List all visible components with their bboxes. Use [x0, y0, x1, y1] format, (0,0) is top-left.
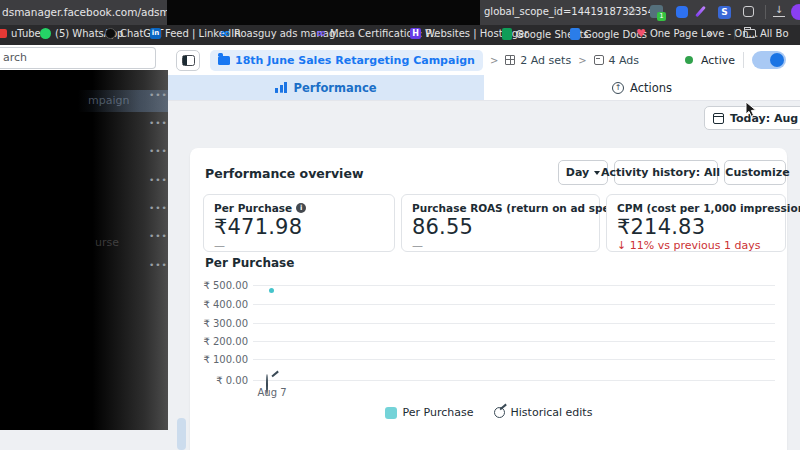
metric-change: — [214, 239, 384, 252]
bookmark-youtube[interactable]: uTube [0, 28, 41, 39]
extension-icon-badged[interactable] [650, 5, 663, 18]
legend-historical-edits: Historical edits [494, 406, 593, 419]
metric-value: 86.55 [412, 215, 589, 239]
row-menu-dots[interactable]: ••• [149, 90, 165, 100]
metric-change: — [412, 239, 589, 252]
folder-icon [218, 56, 230, 65]
pencil-circle-icon [494, 407, 505, 418]
metric-card-per-purchase: Per Purchase ₹471.98 — [203, 194, 395, 252]
bar-chart-icon [275, 82, 287, 93]
y-tick-label: ₹ 100.00 [190, 354, 248, 365]
adsets-grid-icon [505, 55, 515, 65]
row-menu-dots[interactable]: ••• [149, 231, 165, 241]
chatgpt-icon [105, 28, 116, 39]
tab-actions[interactable]: ↑ Actions [484, 75, 800, 100]
gridline-row: ₹ 400.00 [190, 298, 775, 310]
tab-performance[interactable]: Performance [168, 75, 484, 100]
chart-legend: Per Purchase Historical edits [190, 406, 787, 419]
bookmark-star-icon[interactable]: ☆ [626, 3, 638, 18]
metric-change-negative: ↓ 11% vs previous 1 days [617, 239, 775, 252]
extension-pencil-icon[interactable] [695, 6, 706, 18]
x-axis-label: Aug 7 [242, 387, 302, 398]
status-label: Active [701, 54, 735, 67]
performance-overview-card: Performance overview Day Activity histor… [190, 148, 787, 450]
gridline-row: ₹ 300.00 [190, 317, 775, 329]
row-menu-dots[interactable]: ••• [149, 146, 165, 156]
chart-title: Per Purchase [205, 256, 294, 270]
row-menu-dots[interactable]: ••• [149, 118, 165, 128]
toolbar-divider [765, 5, 766, 19]
breadcrumb-separator: > [490, 55, 498, 66]
search-input[interactable]: arch [0, 47, 156, 69]
row-menu-dots[interactable]: ••• [149, 175, 165, 185]
scrollbar-thumb[interactable] [177, 418, 186, 450]
youtube-icon [0, 29, 7, 38]
folder-icon [744, 29, 756, 38]
breadcrumb-campaign[interactable]: 18th June Sales Retargeting Campaign [210, 50, 483, 71]
metric-label: CPM (cost per 1,000 impressions) [617, 202, 800, 214]
ghost-row-text: urse [95, 236, 119, 249]
gridline [253, 359, 775, 360]
gridline [253, 323, 775, 324]
meta-infinity-icon: ∞ [316, 28, 326, 39]
y-tick-label: ₹ 400.00 [190, 299, 248, 310]
row-menu-dots[interactable]: ••• [149, 260, 165, 270]
redacted-tab-area [167, 0, 480, 25]
campaign-status: Active [685, 51, 786, 69]
mouse-cursor [745, 101, 758, 118]
y-tick-label: ₹ 0.00 [190, 375, 248, 386]
metric-label: Per Purchase [214, 202, 292, 214]
profile-avatar[interactable] [791, 4, 800, 20]
ads-manager-page: arch mpaign urse ••• ••• ••• ••• ••• •••… [0, 45, 800, 450]
card-title: Performance overview [205, 166, 363, 181]
row-menu-dots[interactable]: ••• [149, 203, 165, 213]
info-icon[interactable] [296, 203, 306, 213]
actions-circle-arrow-icon: ↑ [612, 82, 624, 94]
campaign-on-off-toggle[interactable] [752, 51, 786, 69]
browser-address-bar[interactable]: dsmanager.facebook.com/adsmanager/mana g… [0, 0, 800, 25]
gridline-row: ₹ 100.00 [190, 353, 775, 365]
legend-per-purchase: Per Purchase [385, 406, 474, 419]
gridline [253, 341, 775, 342]
download-icon[interactable]: ↓ [773, 4, 785, 17]
metric-card-purchase-roas: Purchase ROAS (return on ad spend) 86.55… [401, 194, 600, 252]
hostinger-icon: H [410, 28, 421, 39]
whatsapp-icon [40, 28, 51, 39]
bookmarks-overflow-chevron[interactable]: » [707, 28, 713, 39]
extensions-puzzle-icon[interactable] [743, 6, 754, 17]
sidebar-collapse-button[interactable] [176, 50, 200, 71]
activity-history-dropdown[interactable]: Activity history: All [614, 160, 718, 185]
gridline-row: ₹ 500.00 [190, 279, 775, 291]
metric-value: ₹214.83 [617, 215, 775, 239]
gridline [253, 380, 775, 381]
active-status-dot [685, 56, 693, 64]
all-bookmarks-folder[interactable]: All Bo [744, 28, 789, 39]
customize-button[interactable]: Customize [724, 160, 786, 185]
metric-card-cpm: CPM (cost per 1,000 impressions) ₹214.83… [606, 194, 786, 252]
metric-label: Purchase ROAS (return on ad spend) [412, 202, 629, 214]
extension-icon-blue[interactable] [676, 6, 688, 18]
divider [743, 52, 744, 68]
legend-swatch-teal [385, 407, 397, 419]
chevron-down-icon [594, 171, 600, 175]
gridline [253, 304, 775, 305]
calendar-icon [713, 113, 724, 124]
ads-frame-icon [594, 55, 604, 65]
breadcrumb-separator: > [578, 55, 586, 66]
extension-s-icon[interactable]: S [718, 6, 731, 19]
chart-data-point [269, 288, 274, 293]
breadcrumb-ads[interactable]: 4 Ads [594, 54, 640, 67]
heart-icon: ♥ [636, 28, 646, 39]
linkedin-icon: in [150, 28, 161, 39]
docs-icon [570, 28, 580, 40]
y-tick-label: ₹ 200.00 [190, 336, 248, 347]
ghost-campaign-text: mpaign [88, 94, 129, 107]
gridline-row: ₹ 200.00 [190, 335, 775, 347]
y-tick-label: ₹ 300.00 [190, 318, 248, 329]
bookmarks-divider: | [733, 28, 736, 39]
bookmark-onepagelove[interactable]: ♥One Page Love - On... [636, 28, 758, 39]
meta-infinity-icon: ∞ [220, 28, 230, 39]
campaign-list-sidebar-redacted: mpaign urse ••• ••• ••• ••• ••• ••• ••• [0, 70, 168, 430]
breadcrumb-adsets[interactable]: 2 Ad sets [505, 54, 571, 67]
panel-icon [182, 55, 195, 66]
